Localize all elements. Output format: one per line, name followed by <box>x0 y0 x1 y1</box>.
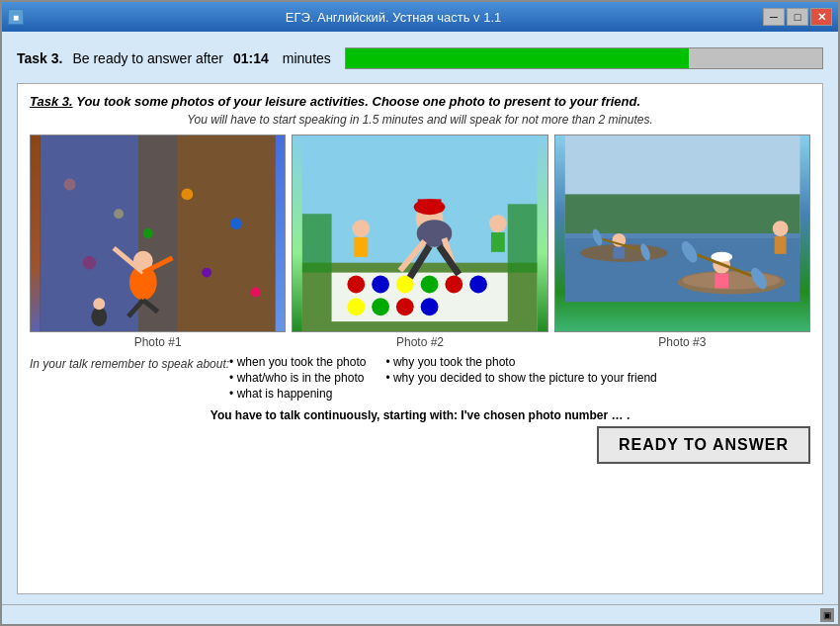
time-unit: minutes <box>283 50 331 66</box>
points-col-2: • why you took the photo • why you decid… <box>385 355 656 401</box>
photo-1-caption: Photo #1 <box>134 335 182 349</box>
photos-row: Photo #1 <box>30 134 810 349</box>
app-window: ■ ЕГЭ. Английский. Устная часть v 1.1 ─ … <box>0 0 840 626</box>
photo-2-container: Photo #2 <box>292 134 547 349</box>
svg-rect-11 <box>41 135 138 331</box>
svg-point-26 <box>372 276 389 294</box>
status-bar: ▣ <box>2 604 838 624</box>
svg-point-43 <box>353 220 371 237</box>
svg-rect-56 <box>714 274 728 289</box>
svg-rect-62 <box>613 247 625 259</box>
progress-bar-container <box>345 47 823 69</box>
countdown-timer: 01:14 <box>233 50 269 66</box>
ready-row: READY TO ANSWER <box>30 422 810 468</box>
photo-3-caption: Photo #3 <box>658 335 706 349</box>
content-area: Task 3. Be ready to answer after 01:14 m… <box>2 32 838 604</box>
task-header: Task 3. Be ready to answer after 01:14 m… <box>17 42 823 75</box>
svg-point-33 <box>396 298 414 315</box>
status-icon: ▣ <box>820 608 834 622</box>
svg-point-7 <box>181 188 193 200</box>
point-2: • what/who is in the photo <box>229 371 366 385</box>
close-button[interactable]: ✕ <box>810 8 832 26</box>
svg-point-34 <box>421 298 439 315</box>
restore-button[interactable]: □ <box>787 8 808 26</box>
window-controls: ─ □ ✕ <box>763 8 832 26</box>
photo-2 <box>292 134 547 332</box>
svg-point-28 <box>421 276 439 294</box>
task-num-bold: Task 3. <box>30 94 73 109</box>
svg-point-9 <box>230 218 242 229</box>
continuing-bold: I've chosen photo number … . <box>461 408 630 422</box>
continuing-text: You have to talk continuously, starting … <box>30 408 810 422</box>
progress-bar-fill <box>346 48 689 68</box>
title-bar: ■ ЕГЭ. Английский. Устная часть v 1.1 ─ … <box>2 2 838 32</box>
svg-point-31 <box>348 298 366 315</box>
svg-point-8 <box>202 268 211 278</box>
task-box: Task 3. You took some photos of your lei… <box>17 83 823 594</box>
speaking-label: In your talk remember to speak about: <box>30 355 229 401</box>
svg-rect-22 <box>302 214 332 272</box>
svg-point-30 <box>469 276 487 294</box>
photo-3 <box>554 134 810 332</box>
svg-rect-23 <box>508 204 538 272</box>
svg-rect-67 <box>774 236 786 254</box>
point-4: • why you took the photo <box>385 355 656 369</box>
task-body-text: You took some photos of your leisure act… <box>76 94 640 109</box>
point-5: • why you decided to show the picture to… <box>385 371 656 385</box>
svg-point-29 <box>446 276 463 294</box>
svg-point-32 <box>372 298 389 315</box>
svg-point-6 <box>143 228 153 238</box>
svg-point-66 <box>772 221 788 236</box>
svg-point-19 <box>93 298 105 310</box>
photo-3-container: Photo #3 <box>554 134 810 349</box>
point-1: • when you took the photo <box>229 355 366 369</box>
photo-1 <box>30 134 286 332</box>
task-title-line: Task 3. You took some photos of your lei… <box>30 94 810 109</box>
svg-rect-55 <box>714 254 729 261</box>
window-title: ЕГЭ. Английский. Устная часть v 1.1 <box>24 10 763 25</box>
ready-to-answer-button[interactable]: READY TO ANSWER <box>597 426 810 464</box>
svg-rect-46 <box>491 232 505 252</box>
svg-rect-37 <box>418 199 442 211</box>
continuing-prefix: You have to talk continuously, starting … <box>210 408 462 422</box>
svg-point-25 <box>348 276 366 294</box>
photo-1-container: Photo #1 <box>30 134 286 349</box>
photo-2-caption: Photo #2 <box>396 335 444 349</box>
speaking-points: In your talk remember to speak about: • … <box>30 355 810 401</box>
svg-point-10 <box>251 287 261 297</box>
task-description: Be ready to answer after <box>72 50 223 66</box>
app-icon: ■ <box>8 9 24 25</box>
svg-rect-44 <box>355 237 369 257</box>
task-number-label: Task 3. <box>17 50 62 66</box>
minimize-button[interactable]: ─ <box>763 8 785 26</box>
task-subtitle: You will have to start speaking in 1.5 m… <box>30 113 810 127</box>
points-col-1: • when you took the photo • what/who is … <box>229 355 366 401</box>
point-3: • what is happening <box>229 387 366 401</box>
svg-point-45 <box>489 215 507 232</box>
